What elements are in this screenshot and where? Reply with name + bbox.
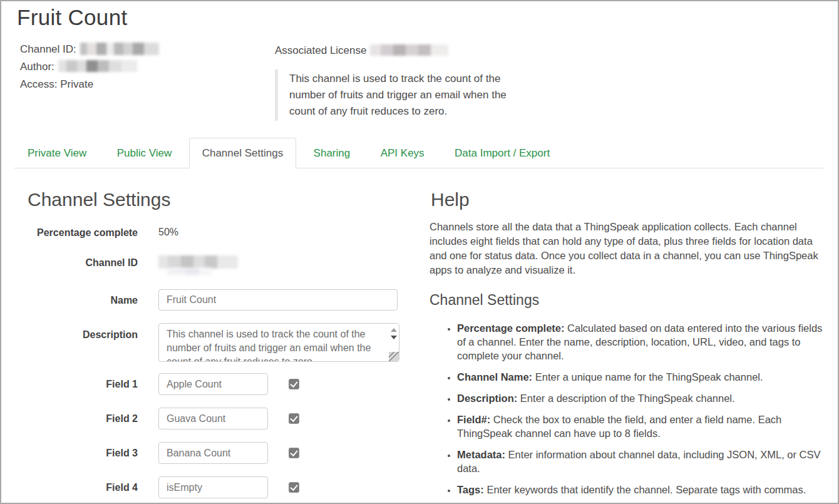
channel-id-label: Channel ID:: [20, 43, 76, 55]
field-3-label: Field 3: [26, 442, 138, 460]
channel-id-field-value: [158, 255, 238, 276]
field-4-row: Field 4: [26, 476, 416, 498]
tab-api-keys[interactable]: API Keys: [368, 138, 438, 168]
tab-channel-settings[interactable]: Channel Settings: [189, 138, 296, 168]
channel-id-field-label: Channel ID: [26, 255, 138, 269]
channel-settings-form: Channel Settings Percentage complete 50%…: [26, 183, 416, 504]
bullet-term: Description:: [457, 393, 517, 404]
bullet-text: Check the box to enable the field, and e…: [457, 414, 781, 439]
field-1-checkbox[interactable]: [289, 379, 299, 389]
help-bullet-description: Description: Enter a description of the …: [457, 391, 825, 405]
license-meta: Associated License This channel is used …: [275, 43, 513, 121]
resize-grip-icon[interactable]: [389, 352, 399, 361]
bullet-text: Enter a unique name for the ThingSpeak c…: [535, 371, 763, 383]
channel-meta: Channel ID: Author: Access: Private: [20, 42, 159, 95]
field-2-label: Field 2: [26, 408, 138, 425]
redacted-license-value: [370, 44, 448, 56]
redacted-channel-id-field: [158, 255, 238, 269]
author-label: Author:: [20, 61, 54, 73]
tab-sharing[interactable]: Sharing: [301, 138, 364, 168]
help-bullet-metadata: Metadata: Enter information about channe…: [457, 448, 825, 475]
channel-settings-heading: Channel Settings: [28, 189, 416, 210]
associated-license-label: Associated License: [275, 44, 366, 56]
field-1-label: Field 1: [26, 373, 138, 391]
tab-public-view[interactable]: Public View: [104, 138, 185, 168]
description-label: Description: [26, 323, 138, 341]
bullet-text: Enter keywords that identify the channel…: [486, 484, 806, 495]
field-1-input[interactable]: [158, 373, 268, 395]
help-bullet-list: Percentage complete: Calculated based on…: [430, 321, 825, 504]
field-1-row: Field 1: [26, 373, 416, 395]
field-4-checkbox[interactable]: [289, 482, 299, 493]
channel-id-line: Channel ID:: [20, 42, 159, 59]
help-intro: Channels store all the data that a Thing…: [430, 220, 825, 277]
bullet-term: Metadata:: [457, 449, 505, 460]
tab-private-view[interactable]: Private View: [14, 138, 100, 168]
access-line: Access: Private: [20, 77, 159, 95]
tab-data-import-export[interactable]: Data Import / Export: [441, 138, 563, 168]
scroll-down-icon[interactable]: [391, 336, 397, 339]
redacted-channel-id-value: [80, 43, 159, 55]
field-2-row: Field 2: [26, 408, 416, 429]
help-bullet-tags: Tags: Enter keywords that identify the c…: [457, 483, 825, 496]
author-line: Author:: [20, 59, 159, 77]
percentage-complete-label: Percentage complete: [26, 227, 138, 239]
access-text: Access: Private: [20, 78, 93, 90]
description-textarea-frame: This channel is used to track the count …: [158, 323, 399, 362]
field-3-input[interactable]: [158, 442, 268, 464]
bullet-term: Field#:: [457, 414, 490, 425]
bullet-term: Tags:: [457, 484, 484, 495]
name-label: Name: [26, 289, 138, 307]
field-3-row: Field 3: [26, 442, 416, 464]
field-2-input[interactable]: [158, 408, 268, 429]
bullet-term: Channel Name:: [457, 371, 532, 383]
tab-bar: Private View Public View Channel Setting…: [14, 138, 823, 168]
help-bullet-percentage: Percentage complete: Calculated based on…: [457, 321, 825, 363]
redacted-author-value: [58, 60, 137, 72]
bullet-text: Enter a description of the ThingSpeak ch…: [520, 393, 735, 404]
page-title: Fruit Count: [17, 5, 127, 30]
help-panel: Help Channels store all the data that a …: [430, 183, 825, 504]
percentage-complete-value: 50%: [158, 227, 178, 238]
help-subheading: Channel Settings: [430, 292, 825, 309]
bullet-text: Enter information about channel data, in…: [457, 449, 821, 474]
name-row: Name: [26, 289, 416, 311]
scroll-up-icon[interactable]: [391, 328, 397, 332]
field-3-checkbox[interactable]: [289, 448, 299, 458]
percentage-complete-row: Percentage complete 50%: [26, 227, 416, 239]
name-input[interactable]: [158, 289, 398, 311]
license-line: Associated License: [275, 43, 513, 61]
description-textarea[interactable]: This channel is used to track the count …: [159, 324, 386, 362]
redacted-channel-id-tail: [167, 268, 212, 275]
help-bullet-field: Field#: Check the box to enable the fiel…: [457, 413, 825, 440]
help-heading: Help: [431, 189, 825, 210]
help-bullet-channel-name: Channel Name: Enter a unique name for th…: [457, 370, 825, 384]
field-4-label: Field 4: [26, 476, 138, 494]
field-4-input[interactable]: [158, 476, 268, 498]
channel-description-quote: This channel is used to track the count …: [275, 69, 513, 121]
bullet-term: Percentage complete:: [457, 322, 564, 334]
channel-id-row: Channel ID: [26, 255, 416, 276]
field-2-checkbox[interactable]: [289, 413, 299, 424]
description-row: Description This channel is used to trac…: [26, 323, 416, 362]
channel-page: Fruit Count Channel ID: Author: Access: …: [0, 0, 839, 504]
